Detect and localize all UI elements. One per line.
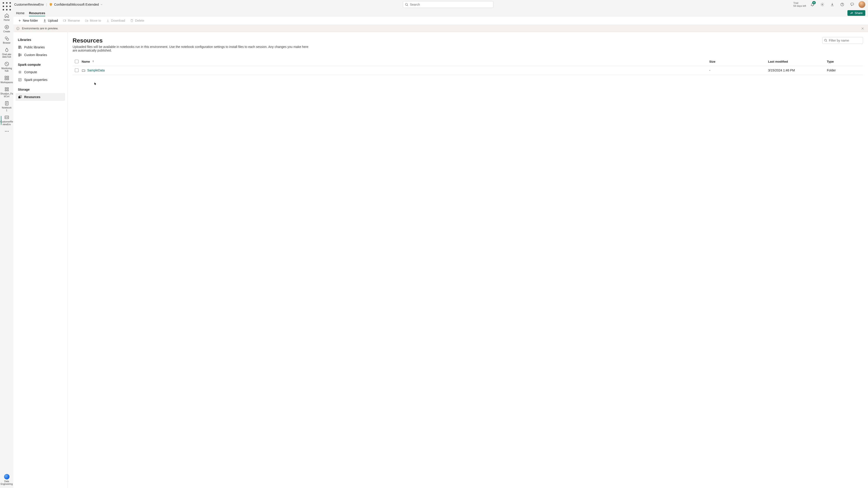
rail-create[interactable]: Create xyxy=(1,23,13,35)
help-button[interactable] xyxy=(839,1,846,8)
notifications-button[interactable]: 55 xyxy=(809,1,816,8)
delete-icon xyxy=(130,19,134,22)
share-icon xyxy=(850,11,853,15)
svg-rect-26 xyxy=(63,20,65,22)
main-panel: Resources Uploaded files will be availab… xyxy=(68,32,868,488)
sidebar-item-spark-properties[interactable]: Spark properties xyxy=(16,76,65,84)
sidebar-item-custom-libraries[interactable]: Custom libraries xyxy=(16,51,65,59)
svg-point-19 xyxy=(5,131,6,132)
download-file-label: Download xyxy=(111,19,125,22)
shield-icon xyxy=(49,3,53,6)
sidebar-item-resources[interactable]: Resources xyxy=(16,93,65,101)
rail-more[interactable] xyxy=(1,128,13,136)
rail-onelake-label: OneLake data hub xyxy=(1,53,12,58)
svg-point-23 xyxy=(822,4,823,5)
svg-point-22 xyxy=(405,3,407,5)
tab-resources[interactable]: Resources xyxy=(29,11,45,16)
move-to-button: Move to xyxy=(83,18,103,23)
properties-icon xyxy=(18,78,22,82)
rail-notebook-label: Notebook 1 xyxy=(1,106,12,112)
rename-button: Rename xyxy=(61,18,82,23)
row-checkbox[interactable] xyxy=(75,68,79,72)
trial-status: Trial: 59 days left xyxy=(794,2,806,7)
user-avatar[interactable] xyxy=(859,1,865,8)
rail-workspace-item[interactable]: Shuaijun_Fa bCon xyxy=(1,86,13,99)
sidebar-item-public-libraries[interactable]: Public libraries xyxy=(16,43,65,51)
sidebar-item-label: Public libraries xyxy=(24,45,45,49)
upload-button[interactable]: Upload xyxy=(41,18,60,23)
column-size-label: Size xyxy=(709,60,715,63)
column-type[interactable]: Type xyxy=(827,60,863,63)
download-icon xyxy=(830,2,834,6)
rail-persona-switcher[interactable]: Data Engineering xyxy=(1,473,13,488)
app-launcher-button[interactable] xyxy=(2,2,11,11)
section-spark: Spark compute xyxy=(16,62,65,68)
more-icon xyxy=(4,129,9,134)
share-label: Share xyxy=(855,11,863,15)
search-icon xyxy=(824,39,827,42)
row-modified-cell: 3/15/2024 1:46 PM xyxy=(768,68,827,72)
row-name-cell: SampleData xyxy=(82,68,709,72)
rail-monitoring[interactable]: Monitoring hub xyxy=(1,60,13,74)
breadcrumb-separator: | xyxy=(46,3,47,6)
compute-icon xyxy=(18,70,22,74)
rail-browse[interactable]: Browse xyxy=(1,35,13,46)
rail-notebook[interactable]: Notebook 1 xyxy=(1,99,13,113)
column-modified-label: Last modified xyxy=(768,60,788,63)
svg-point-30 xyxy=(19,71,21,73)
section-libraries: Libraries xyxy=(16,37,65,43)
trial-line1: Trial: xyxy=(794,2,806,4)
svg-point-0 xyxy=(2,2,4,4)
banner-close-button[interactable] xyxy=(860,26,865,31)
workspace: Libraries Public libraries Custom librar… xyxy=(13,32,868,488)
download-button[interactable] xyxy=(829,1,836,8)
share-button[interactable]: Share xyxy=(847,10,865,16)
table-row[interactable]: SampleData - 3/15/2024 1:46 PM Folder xyxy=(72,66,863,75)
rail-home[interactable]: Home xyxy=(1,12,13,23)
rail-environment[interactable]: CustomerRe viewEnv xyxy=(1,113,13,128)
column-name[interactable]: Name xyxy=(82,60,709,63)
help-icon xyxy=(840,2,844,6)
plus-circle-icon xyxy=(4,25,9,30)
rail-monitoring-label: Monitoring hub xyxy=(1,67,12,72)
svg-point-25 xyxy=(842,5,842,5)
sensitivity-dropdown[interactable]: Confidential\Microsoft Extended xyxy=(49,3,103,6)
folder-icon xyxy=(82,68,86,72)
share-wrap: Share xyxy=(847,10,865,16)
svg-point-29 xyxy=(21,54,22,55)
svg-point-4 xyxy=(6,6,7,7)
rail-workspaces[interactable]: Workspaces xyxy=(1,74,13,86)
table-header-row: Name Size Last modified Type xyxy=(72,57,863,66)
main-head: Resources Uploaded files will be availab… xyxy=(72,37,863,52)
sidebar-item-compute[interactable]: Compute xyxy=(16,68,65,76)
settings-button[interactable] xyxy=(819,1,826,8)
persona-avatar-icon xyxy=(4,474,9,479)
delete-button: Delete xyxy=(128,18,146,23)
gear-icon xyxy=(820,2,824,6)
topbar: CustomerReviewEnv | Confidential\Microso… xyxy=(13,0,868,9)
row-name-link[interactable]: SampleData xyxy=(87,68,105,72)
column-size[interactable]: Size xyxy=(709,60,768,63)
row-size-cell: - xyxy=(709,68,768,72)
preview-banner: Environments are in preview. xyxy=(13,25,868,32)
workspaces-icon xyxy=(4,75,9,80)
feedback-button[interactable] xyxy=(848,1,856,8)
waffle-icon xyxy=(2,2,11,11)
filter-input[interactable] xyxy=(822,37,863,44)
svg-rect-15 xyxy=(5,78,6,79)
select-all-cell xyxy=(72,60,82,63)
rail-onelake[interactable]: OneLake data hub xyxy=(1,46,13,60)
svg-point-6 xyxy=(2,9,4,11)
feedback-icon xyxy=(850,2,854,6)
select-all-checkbox[interactable] xyxy=(75,60,79,63)
section-storage: Storage xyxy=(16,87,65,93)
left-rail: Home Create Browse OneLake data hub Moni… xyxy=(0,0,13,488)
global-search xyxy=(403,1,493,8)
column-modified[interactable]: Last modified xyxy=(768,60,827,63)
new-folder-button[interactable]: New folder xyxy=(16,18,40,23)
breadcrumb-title: CustomerReviewEnv xyxy=(14,3,44,6)
global-search-input[interactable] xyxy=(403,1,493,8)
tab-home[interactable]: Home xyxy=(16,11,24,16)
info-icon xyxy=(16,27,20,30)
svg-point-7 xyxy=(6,9,7,11)
